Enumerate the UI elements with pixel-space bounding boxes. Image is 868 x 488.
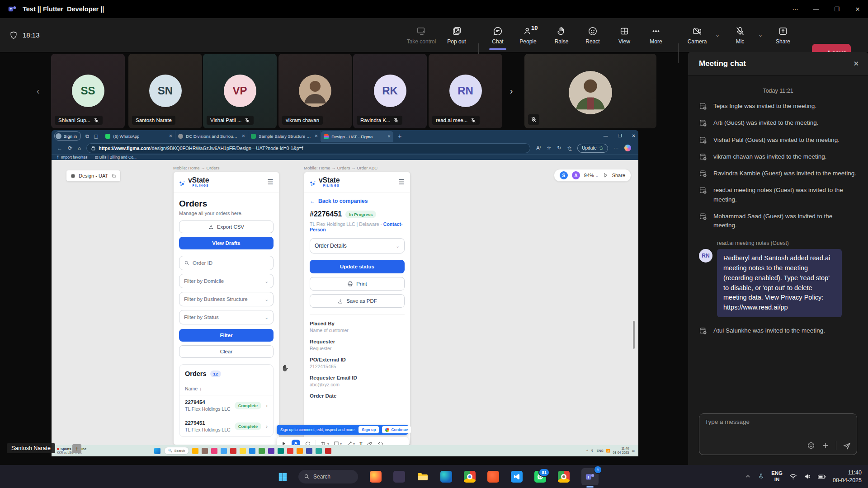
tray-mic-icon[interactable] [758,473,764,480]
news-widget[interactable]: Sports Headline KKR vs LSG, IPL... [57,447,86,454]
figma-frame-order-detail[interactable]: vStateFILINGS ☰ ←Back to companies #2276… [304,172,410,445]
participant-tile[interactable]: RN read.ai mee... [429,54,502,128]
move-tool-icon[interactable] [281,441,287,446]
chat-button[interactable]: Chat [483,22,513,49]
tab-close-icon[interactable]: ✕ [387,134,391,139]
connector-tool-icon[interactable]: ▾ [346,441,355,446]
save-as-pdf-button[interactable]: Save as PDF [310,294,405,308]
raise-hand-button[interactable]: Raise [547,22,576,49]
tab-whatsapp[interactable]: (6) WhatsApp✕ [103,131,175,141]
filmstrip-scroll-left-icon[interactable]: ‹ [33,54,43,128]
brave-icon[interactable] [487,471,499,483]
minimize-button[interactable]: — [806,0,826,18]
camera-button[interactable]: Camera [682,22,712,49]
app-icon[interactable] [230,448,236,454]
text-tool-icon[interactable]: T [359,441,363,445]
google-continue-button[interactable]: Continue [382,426,411,433]
browser-signin-button[interactable]: Sign in [54,131,81,141]
order-row[interactable]: 2279451TL Flex Holdings LLC Complete › [179,416,273,436]
chrome-icon[interactable] [464,471,476,483]
participant-tile[interactable]: VP Vishal Patil ... [203,54,277,128]
hamburger-menu-icon[interactable]: ☰ [268,178,274,186]
order-id-search-input[interactable]: Order ID [179,256,274,270]
chat-composer[interactable]: Type a message [699,413,857,455]
participant-tile[interactable]: RK Ravindra K... [353,54,427,128]
mic-options-chevron-icon[interactable]: ⌄ [758,32,763,38]
shape-tool-icon[interactable]: ▾ [334,441,342,445]
close-button[interactable]: ✕ [847,0,868,18]
app-icon[interactable] [259,448,265,454]
shared-search-box[interactable]: 🔍 Search [164,447,189,455]
whatsapp-icon[interactable]: 81 [534,471,546,483]
spotlight-tile[interactable] [524,54,656,128]
send-icon[interactable] [843,441,851,450]
filter-button[interactable]: Filter [179,329,274,342]
tray-chevron-icon[interactable] [745,474,751,479]
language-indicator[interactable]: ENGIN [771,470,783,483]
browser-close-icon[interactable]: ✕ [632,133,636,138]
start-button[interactable] [277,471,288,483]
app-icon[interactable] [221,448,227,454]
home-icon[interactable]: ⌂ [78,145,81,151]
refresh-icon[interactable]: ⟳ [68,145,72,151]
app-icon[interactable] [316,448,322,454]
app-icon[interactable] [202,448,208,454]
app-icon[interactable] [297,448,303,454]
app-icon[interactable] [287,448,293,454]
region-tool-icon[interactable]: ▾ [321,441,329,446]
app-icon[interactable] [211,448,217,454]
file-explorer-icon[interactable] [417,471,429,483]
app-icon[interactable] [325,448,331,454]
start-icon[interactable] [154,448,160,454]
participant-tile[interactable]: SN Santosh Narate [128,54,202,128]
vscode-icon[interactable] [511,471,523,483]
firefox-icon[interactable] [370,471,382,483]
app-icon[interactable] [268,448,274,454]
app-icon[interactable] [240,448,246,454]
chat-close-icon[interactable]: ✕ [853,60,859,68]
filter-domicile-select[interactable]: Filter by Domicile⌄ [179,274,274,288]
prototype-play-icon[interactable] [603,173,608,178]
update-browser-button[interactable]: Update [577,144,608,153]
wifi-icon[interactable] [789,474,797,480]
tab-figma-active[interactable]: Design - UAT - Figma✕ [321,131,393,142]
canvas-scrollbar[interactable] [633,321,635,349]
name-column-header[interactable]: Name↓ [179,382,273,395]
teams-taskbar-icon[interactable]: T 1 [581,468,599,485]
filter-structure-select[interactable]: Filter by Business Structure⌄ [179,292,274,306]
clock[interactable]: 11:40 08-04-2025 [833,469,862,484]
print-button[interactable]: Print [310,277,405,291]
people-button[interactable]: 10 People [513,22,543,49]
collaborator-avatar[interactable]: S [560,171,568,179]
edge-icon[interactable] [440,471,452,483]
share-button[interactable]: Share [768,22,798,49]
volume-icon[interactable] [804,473,811,480]
comment-tool-icon[interactable] [305,441,311,446]
read-aloud-icon[interactable]: A⁾ [536,145,541,151]
react-button[interactable]: React [578,22,608,49]
titlebar-more-icon[interactable]: ⋯ [785,0,806,18]
presenter-add-icon[interactable]: + [72,444,81,453]
filmstrip-scroll-right-icon[interactable]: › [505,54,517,128]
tab-close-icon[interactable]: ✕ [242,134,245,138]
battery-icon[interactable] [818,474,826,479]
tab-dc-divisions[interactable]: DC Divisions and Surroundings✕ [175,131,248,141]
update-status-button[interactable]: Update status [310,260,405,273]
tab-close-icon[interactable]: ✕ [315,134,318,138]
camera-options-chevron-icon[interactable]: ⌄ [715,32,720,38]
export-csv-button[interactable]: Export CSV [179,221,274,233]
chrome-profile-icon[interactable] [558,471,570,483]
favorite-star-icon[interactable]: ☆ [547,145,551,151]
app-icon[interactable] [249,448,255,454]
hamburger-menu-icon[interactable]: ☰ [399,178,405,186]
tab-actions-icon[interactable]: ▢ [94,133,98,139]
taskbar-search[interactable]: Search [298,470,358,483]
clear-button[interactable]: Clear [179,345,274,358]
figma-share-button[interactable]: Share [612,173,625,178]
new-tab-icon[interactable]: + [398,132,401,140]
maximize-button[interactable]: ❐ [826,0,847,18]
attachment-tool-icon[interactable] [367,441,373,446]
browser-menu-icon[interactable]: ⋯ [614,145,619,151]
figma-canvas[interactable]: Design - UAT S A 94% ⌄ Share Mobile: Hom… [52,160,638,445]
app-icon[interactable] [393,471,405,483]
